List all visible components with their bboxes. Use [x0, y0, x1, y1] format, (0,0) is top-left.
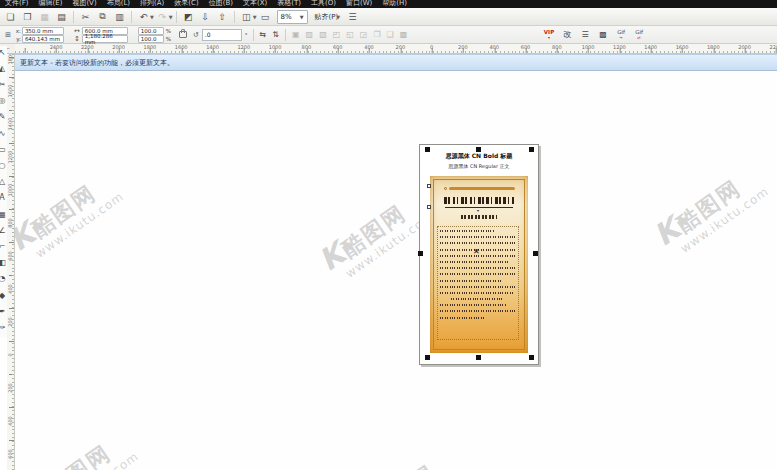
selection-handle[interactable]	[476, 355, 481, 360]
open-icon[interactable]: ❐	[20, 10, 35, 24]
selection-center-mark[interactable]: ✕	[473, 247, 480, 256]
menu-item[interactable]: 文件(F)	[0, 0, 34, 8]
mirror-vertical-icon[interactable]: ⇅	[272, 30, 279, 39]
qr-plugin-icon[interactable]: ▩	[595, 28, 611, 43]
h-ruler-label: 0	[430, 44, 433, 50]
menu-item[interactable]: 帮助(H)	[377, 0, 412, 8]
selection-handle[interactable]	[529, 147, 534, 152]
table-tool-icon[interactable]: ▦	[0, 208, 7, 220]
lines-plugin-icon[interactable]: ☰	[577, 28, 593, 43]
scale-y-input[interactable]: 100.0	[138, 35, 164, 43]
vip-plugin-icon[interactable]: VIP▾	[541, 28, 557, 43]
scale-x-input[interactable]: 100.0	[138, 27, 164, 35]
h-ruler-label: 2200	[770, 44, 777, 50]
save-icon[interactable]: ▦	[37, 10, 52, 24]
chevron-down-icon[interactable]: ▼	[253, 14, 257, 20]
y-label: y:	[13, 36, 21, 42]
redo-icon[interactable]: ↷	[155, 10, 170, 24]
options-icon[interactable]: ☰	[345, 10, 360, 24]
connector-tool-icon[interactable]: ⌐	[0, 240, 7, 252]
menu-item[interactable]: 效果(C)	[169, 0, 203, 8]
zoom-tool-icon[interactable]: ◎	[0, 95, 7, 107]
horizontal-ruler[interactable]: 2400220020001800160014001200100080060040…	[15, 44, 777, 54]
selection-handle[interactable]	[529, 355, 534, 360]
v-ruler-label: 1400	[7, 117, 13, 131]
paste-icon[interactable]: ▥	[112, 10, 127, 24]
poster-body-text-row	[440, 317, 484, 319]
copy-icon[interactable]: ⧉	[95, 10, 110, 24]
disabled-arrange-icon: ▣	[292, 30, 300, 39]
property-bar: ⊞ x: 350.0 mm y: 640.143 mm ↔ 600.0 mm ↕…	[0, 26, 777, 44]
polygon-tool-icon[interactable]: △	[0, 176, 7, 188]
cut-icon[interactable]: ✂	[78, 10, 93, 24]
vertical-ruler[interactable]: 1800160014001200100080060040020002004006…	[7, 54, 15, 470]
x-position-input[interactable]: 350.0 mm	[22, 27, 64, 35]
v-ruler-label: 1600	[7, 84, 13, 98]
text-update-info-bar: 更新文本 - 若要访问较新的功能，必须更新文本。	[15, 54, 777, 71]
menu-item[interactable]: 视图(V)	[67, 0, 101, 8]
draw-plugin-icon[interactable]: 改	[559, 28, 575, 43]
poster-artwork[interactable]: ▾	[430, 176, 528, 353]
poster-bar-end-circle	[444, 187, 447, 190]
mirror-horizontal-icon[interactable]: ⇆	[260, 30, 267, 39]
selection-handle[interactable]	[425, 355, 430, 360]
disabled-arrange-icon: ❐	[373, 30, 380, 39]
h-ruler-label: 2200	[81, 44, 94, 50]
h-ruler-label: 1800	[707, 44, 720, 50]
gif-left-plugin-icon[interactable]: Gif→	[613, 28, 629, 43]
pick-tool-icon[interactable]: ↖	[0, 46, 7, 58]
outline-tool-icon[interactable]: ✑	[0, 321, 7, 333]
selection-handle[interactable]	[418, 251, 423, 256]
object-node[interactable]	[427, 184, 431, 188]
selection-handle[interactable]	[533, 251, 538, 256]
zoom-level-combo[interactable]: 8% ▼	[277, 10, 308, 24]
export-icon[interactable]: ⇧	[215, 10, 230, 24]
interactive-fill-tool-icon[interactable]: ◆	[0, 289, 7, 301]
y-position-input[interactable]: 640.143 mm	[22, 35, 64, 43]
percent-label: %	[166, 28, 171, 34]
selection-handle[interactable]	[425, 147, 430, 152]
h-ruler-label: 1600	[676, 44, 689, 50]
menu-item[interactable]: 文本(X)	[238, 0, 272, 8]
import-icon[interactable]: ⇩	[198, 10, 213, 24]
rectangle-tool-icon[interactable]: ▭	[0, 143, 7, 155]
freehand-tool-icon[interactable]: ✎	[0, 111, 7, 123]
application-launcher-icon[interactable]: ◩	[181, 10, 196, 24]
drawing-canvas[interactable]: 思源黑体 CN Bold 标题 思源黑体 CN Regular 正文 ▾ K酷图…	[15, 71, 777, 470]
object-height-input[interactable]: 1,180.286 mm	[82, 35, 128, 43]
rotation-angle-input[interactable]: .0	[202, 29, 242, 41]
v-ruler-label: 200	[7, 315, 13, 329]
menu-item[interactable]: 表格(T)	[272, 0, 306, 8]
undo-icon[interactable]: ↶	[136, 10, 151, 24]
h-ruler-label: 200	[396, 44, 406, 50]
disabled-arrange-icon: ◱	[346, 30, 354, 39]
new-document-icon[interactable]: ❏	[3, 10, 18, 24]
ellipse-tool-icon[interactable]: ○	[0, 159, 7, 171]
snap-to-dropdown[interactable]: 贴齐(P) ▼	[315, 12, 341, 22]
chevron-down-icon[interactable]: ▼	[150, 14, 154, 20]
menu-item[interactable]: 位图(B)	[204, 0, 238, 8]
lock-ratio-icon[interactable]	[179, 31, 187, 38]
menu-item[interactable]: 编辑(E)	[34, 0, 68, 8]
fill-tool-icon[interactable]: ✒	[0, 305, 7, 317]
menu-item[interactable]: 排列(A)	[135, 0, 169, 8]
ikutu-watermark: K酷图网www.ikutu.com	[15, 161, 126, 268]
shape-tool-icon[interactable]: ◭	[0, 62, 7, 74]
blend-tool-icon[interactable]: ◧	[0, 257, 7, 269]
poster-body-text-row	[440, 286, 516, 288]
gif-right-plugin-icon[interactable]: Gif⇄	[631, 28, 647, 43]
chevron-down-icon[interactable]: ▼	[169, 14, 173, 20]
text-tool-icon[interactable]: A	[0, 192, 7, 204]
crop-tool-icon[interactable]: ✂	[0, 78, 7, 90]
welcome-screen-icon[interactable]: ◫	[239, 10, 254, 24]
artistic-media-tool-icon[interactable]: ∿	[0, 127, 7, 139]
print-icon[interactable]: ▤	[54, 10, 69, 24]
eyedropper-tool-icon[interactable]: ◔	[0, 273, 7, 285]
menu-item[interactable]: 布局(L)	[102, 0, 135, 8]
dimension-tool-icon[interactable]: ∠	[0, 224, 7, 236]
fullscreen-preview-icon[interactable]: ▭	[258, 10, 273, 24]
menu-item[interactable]: 窗口(W)	[341, 0, 377, 8]
object-node[interactable]	[427, 205, 431, 209]
menu-item[interactable]: 工具(O)	[306, 0, 341, 8]
selection-handle[interactable]	[476, 147, 481, 152]
